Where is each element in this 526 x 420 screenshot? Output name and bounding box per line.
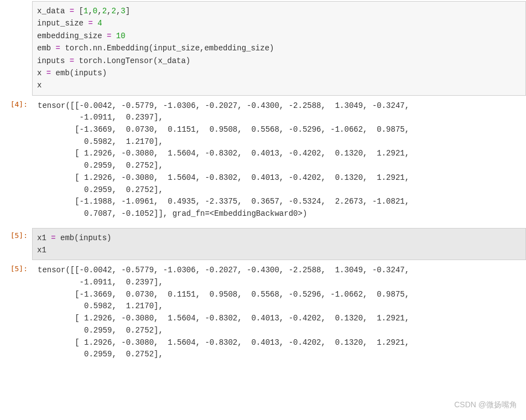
code-cell-2: [5]: x1 = emb(inputs) x1 [0,228,526,261]
output-text-1: tensor([[-0.0042, -0.5779, -1.0306, -0.2… [32,97,526,224]
input-prompt-1 [0,1,32,4]
output-prompt-1: [4]: [0,97,32,108]
output-text-2: tensor([[-0.0042, -0.5779, -1.0306, -0.2… [32,261,526,364]
output-prompt-2: [5]: [0,261,32,273]
input-prompt-2: [5]: [0,228,32,240]
code-cell-1: x_data = [1,0,2,2,3] input_size = 4 embe… [0,1,526,96]
code-area-2[interactable]: x1 = emb(inputs) x1 [32,228,526,261]
code-area-1[interactable]: x_data = [1,0,2,2,3] input_size = 4 embe… [32,1,526,96]
output-cell-2: [5]: tensor([[-0.0042, -0.5779, -1.0306,… [0,261,526,364]
watermark-text: CSDN @微扬嘴角 [454,400,517,410]
output-cell-1: [4]: tensor([[-0.0042, -0.5779, -1.0306,… [0,97,526,224]
